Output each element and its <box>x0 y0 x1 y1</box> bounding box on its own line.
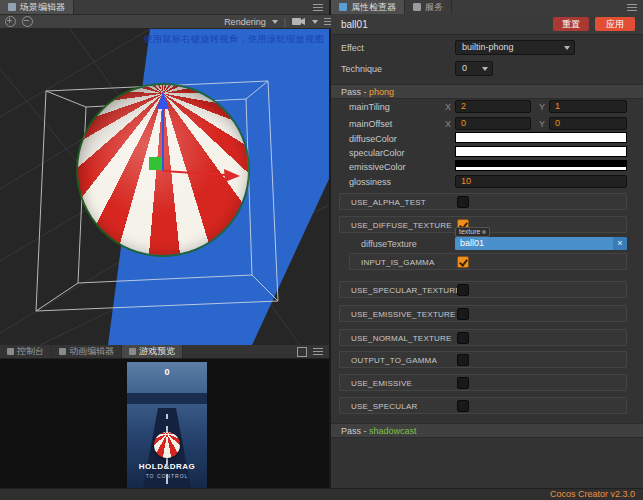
gizmo-y-arrowhead[interactable] <box>157 91 169 109</box>
tab-animation-editor-label: 动画编辑器 <box>69 345 114 358</box>
use-emissive-checkbox[interactable] <box>457 377 469 389</box>
bottom-panel-menu-icon[interactable] <box>313 348 323 355</box>
use-specular-texture-checkbox[interactable] <box>457 284 469 296</box>
zoom-in-icon[interactable] <box>5 16 16 27</box>
console-icon <box>7 348 14 355</box>
main-offset-y-label: Y <box>539 119 545 129</box>
texture-chip-label: texture <box>459 228 480 236</box>
use-emissive-texture-label: USE_EMISSIVE_TEXTURE <box>351 310 455 319</box>
use-alpha-test-label: USE_ALPHA_TEST <box>351 198 426 207</box>
game-preview-icon <box>129 348 136 355</box>
game-hold-drag-text: HOLD&DRAG <box>127 462 207 471</box>
tab-property-inspector[interactable]: 属性检查器 <box>331 0 405 14</box>
use-alpha-test-checkbox[interactable] <box>457 196 469 208</box>
pass-phong-header[interactable]: Pass - phong <box>331 84 643 99</box>
glossiness-label: glossiness <box>349 177 391 187</box>
define-use-specular-texture: USE_SPECULAR_TEXTURE <box>339 281 627 298</box>
use-specular-checkbox[interactable] <box>457 400 469 412</box>
scene-panel-tabbar: 场景编辑器 <box>0 0 329 15</box>
inspector-tabbar: 属性检查器 服务 <box>331 0 643 15</box>
rendering-caret-icon[interactable] <box>272 20 278 24</box>
output-to-gamma-checkbox[interactable] <box>457 354 469 366</box>
tab-game-preview-label: 游戏预览 <box>139 345 175 358</box>
camera-caret-icon[interactable] <box>312 20 318 24</box>
apply-button[interactable]: 应用 <box>595 17 635 31</box>
inspector-menu-icon[interactable] <box>627 4 637 11</box>
bottom-panel-tabbar: 控制台 动画编辑器 游戏预览 <box>0 345 329 359</box>
diffuse-texture-field[interactable]: ball01 <box>455 237 613 250</box>
define-use-normal-texture: USE_NORMAL_TEXTURE <box>339 329 627 346</box>
camera-icon[interactable] <box>292 17 306 26</box>
use-emissive-label: USE_EMISSIVE <box>351 379 412 388</box>
animation-editor-icon <box>59 348 66 355</box>
technique-caret-icon <box>482 67 488 71</box>
technique-label: Technique <box>341 64 382 74</box>
pass-shadowcast-header[interactable]: Pass - shadowcast <box>331 423 643 438</box>
tab-animation-editor[interactable]: 动画编辑器 <box>52 345 122 358</box>
use-specular-label: USE_SPECULAR <box>351 402 417 411</box>
main-offset-x-field[interactable]: 0 <box>455 117 531 130</box>
use-emissive-texture-checkbox[interactable] <box>457 308 469 320</box>
game-preview-screen[interactable]: 0 HOLD&DRAG TO CONTROL <box>127 362 207 488</box>
specular-color-swatch[interactable] <box>455 146 627 157</box>
input-is-gamma-label: INPUT_IS_GAMMA <box>361 258 434 267</box>
diffuse-texture-label: diffuseTexture <box>361 239 417 249</box>
input-is-gamma-checkbox[interactable] <box>457 256 469 268</box>
game-score: 0 <box>127 367 207 377</box>
use-normal-texture-label: USE_NORMAL_TEXTURE <box>351 334 452 343</box>
game-preview-panel: 0 HOLD&DRAG TO CONTROL <box>0 359 329 488</box>
diffuse-color-label: diffuseColor <box>349 134 397 144</box>
main-offset-x-label: X <box>445 119 451 129</box>
game-ball <box>154 432 180 458</box>
service-icon <box>413 3 421 11</box>
emissive-color-swatch[interactable] <box>455 160 627 171</box>
gizmo-center-handle[interactable] <box>149 157 162 170</box>
viewport-hint-text: 使用鼠标右键旋转视角，使用滚轮缩放视图 <box>144 33 325 46</box>
rendering-dropdown-label[interactable]: Rendering <box>224 17 266 27</box>
effect-caret-icon <box>564 46 570 50</box>
use-normal-texture-checkbox[interactable] <box>457 332 469 344</box>
pass-shadowcast-name: shadowcast <box>369 426 417 436</box>
toolbar-separator: | <box>284 17 286 27</box>
tab-service[interactable]: 服务 <box>405 0 452 14</box>
gizmo-x-arrowhead[interactable] <box>224 169 240 182</box>
node-name: ball01 <box>341 19 368 30</box>
define-output-to-gamma: OUTPUT_TO_GAMMA <box>339 351 627 368</box>
tab-scene-editor[interactable]: 场景编辑器 <box>0 0 74 14</box>
property-inspector-icon <box>339 3 347 11</box>
tab-service-label: 服务 <box>425 1 443 14</box>
technique-value: 0 <box>462 63 467 73</box>
main-tiling-y-field[interactable]: 1 <box>549 100 627 113</box>
technique-dropdown[interactable]: 0 <box>455 61 493 76</box>
zoom-out-icon[interactable] <box>22 16 33 27</box>
effect-dropdown[interactable]: builtin-phong <box>455 40 575 55</box>
main-tiling-x-field[interactable]: 2 <box>455 100 531 113</box>
property-inspector-panel: 属性检查器 服务 ball01 重置 应用 Effect builtin-pho… <box>331 0 643 488</box>
scene-editor-icon <box>8 3 16 11</box>
main-offset-y-field[interactable]: 0 <box>549 117 627 130</box>
texture-type-chip: texture <box>455 227 490 237</box>
scene-toolbar: Rendering | <box>0 15 339 29</box>
cocos-creator-window: 场景编辑器 Rendering | <box>0 0 643 500</box>
scene-viewport[interactable]: 使用鼠标右键旋转视角，使用滚轮缩放视图 <box>0 29 329 345</box>
diffuse-color-swatch[interactable] <box>455 132 627 143</box>
tab-game-preview[interactable]: 游戏预览 <box>122 345 183 358</box>
expand-panel-icon[interactable] <box>297 347 307 357</box>
game-to-control-text: TO CONTROL <box>127 473 207 479</box>
main-tiling-label: mainTiling <box>349 102 390 112</box>
pass-phong-name: phong <box>369 87 394 97</box>
version-label: Cocos Creator v2.3.0 <box>550 489 635 499</box>
tab-console-label: 控制台 <box>17 345 44 358</box>
status-bar: Cocos Creator v2.3.0 <box>0 488 643 500</box>
define-use-emissive-texture: USE_EMISSIVE_TEXTURE <box>339 305 627 322</box>
glossiness-field[interactable]: 10 <box>455 175 627 188</box>
diffuse-texture-clear-icon[interactable]: × <box>613 237 627 250</box>
tab-console[interactable]: 控制台 <box>0 345 52 358</box>
reset-button[interactable]: 重置 <box>553 17 589 31</box>
gizmo-x-axis[interactable] <box>163 171 226 175</box>
main-tiling-y-label: Y <box>539 102 545 112</box>
transform-gizmo[interactable] <box>0 29 329 345</box>
tab-property-inspector-label: 属性检查器 <box>351 1 396 14</box>
scene-panel-menu-icon[interactable] <box>313 4 323 11</box>
effect-label: Effect <box>341 43 364 53</box>
